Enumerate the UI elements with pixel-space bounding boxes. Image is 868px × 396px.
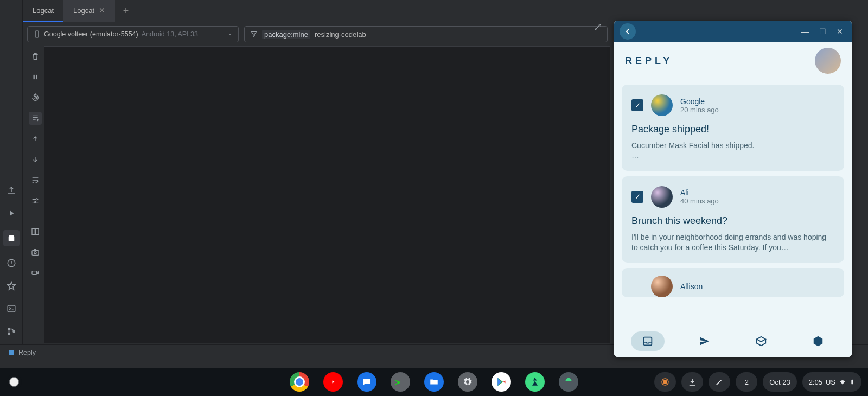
download-icon[interactable]: [681, 372, 703, 392]
svg-rect-1: [8, 305, 15, 312]
down-icon[interactable]: [29, 153, 42, 166]
svg-point-13: [34, 252, 36, 254]
screenshot-icon[interactable]: [29, 246, 42, 259]
nav-spam[interactable]: [801, 331, 835, 351]
restart-icon[interactable]: [29, 91, 42, 104]
nav-drafts[interactable]: [744, 331, 778, 351]
email-body: Cucumber Mask Facial has shipped.: [631, 140, 834, 151]
svg-point-18: [663, 380, 667, 384]
shelf-tray: 2 Oct 23 2:05 US: [654, 372, 861, 392]
add-tab-button[interactable]: +: [115, 0, 137, 22]
svg-rect-16: [644, 337, 652, 346]
svg-point-3: [8, 333, 10, 335]
wrap-icon[interactable]: [29, 174, 42, 187]
tab-logcat-2[interactable]: Logcat✕: [63, 0, 115, 22]
wifi-icon: [839, 378, 846, 386]
android-icon[interactable]: [559, 372, 578, 392]
profile-avatar[interactable]: [815, 48, 841, 74]
nav-inbox[interactable]: [631, 331, 665, 351]
nav-sent[interactable]: [688, 331, 722, 351]
date-tray[interactable]: Oct 23: [763, 372, 796, 392]
svg-rect-11: [36, 229, 39, 235]
android-studio-icon[interactable]: [525, 372, 545, 392]
files-icon[interactable]: [424, 372, 444, 392]
svg-rect-10: [32, 229, 35, 235]
settings-icon[interactable]: [29, 194, 42, 207]
filter-input[interactable]: package:mine resizing-codelab: [244, 26, 608, 42]
svg-point-2: [8, 328, 10, 330]
settings-icon[interactable]: [458, 372, 477, 392]
pen-icon[interactable]: [709, 372, 730, 392]
status-tray[interactable]: 2:05 US: [802, 372, 861, 392]
chromeos-shelf: >_ 2 Oct 23 2:05 US: [0, 368, 868, 396]
chevron-down-icon: [227, 31, 233, 37]
left-tool-rail: [0, 0, 23, 360]
log-output: [44, 46, 610, 343]
checkbox-checked-icon[interactable]: ✓: [631, 99, 643, 111]
pause-icon[interactable]: [29, 71, 42, 84]
expand-icon[interactable]: [593, 23, 602, 34]
profiler-icon[interactable]: [5, 280, 17, 292]
vcs-icon[interactable]: [5, 325, 17, 337]
problems-icon[interactable]: [5, 257, 17, 269]
notification-badge[interactable]: 2: [736, 372, 757, 392]
status-label: Reply: [18, 349, 36, 356]
youtube-icon[interactable]: [323, 372, 343, 392]
checkbox-checked-icon[interactable]: ✓: [631, 191, 643, 203]
svg-point-8: [36, 199, 37, 200]
device-selector[interactable]: Google volteer (emulator-5554) Android 1…: [27, 26, 239, 42]
scroll-end-icon[interactable]: [29, 112, 42, 125]
tab-logcat-1[interactable]: Logcat: [23, 0, 63, 22]
email-body-more: …: [631, 151, 834, 161]
email-card[interactable]: ✓ Google 20 mins ago Package shipped! Cu…: [622, 85, 844, 171]
emulator-titlebar: — ☐ ✕: [614, 21, 852, 42]
run-icon[interactable]: [5, 207, 17, 219]
email-subject: Brunch this weekend?: [631, 215, 834, 227]
terminal-icon[interactable]: [5, 303, 17, 315]
svg-rect-6: [34, 75, 35, 79]
device-detail: Android 13, API 33: [142, 30, 198, 38]
email-from: Ali: [680, 188, 719, 197]
email-time: 40 mins ago: [680, 197, 719, 205]
separator: [30, 216, 41, 216]
svg-rect-12: [32, 251, 39, 256]
split-icon[interactable]: [29, 225, 42, 238]
app-header: REPLY: [614, 42, 852, 79]
maximize-icon[interactable]: ☐: [816, 27, 829, 36]
logcat-tabs: Logcat Logcat✕ +: [23, 0, 137, 22]
sender-avatar: [651, 186, 673, 208]
device-name: Google volteer (emulator-5554): [44, 30, 138, 38]
back-button[interactable]: [620, 23, 636, 40]
clear-icon[interactable]: [29, 50, 42, 63]
email-card[interactable]: ✓ Ali 40 mins ago Brunch this weekend? I…: [622, 176, 844, 263]
close-icon[interactable]: ✕: [833, 27, 846, 36]
filter-package: package:mine: [262, 30, 310, 39]
sender-avatar: [651, 94, 673, 116]
app-title: REPLY: [625, 55, 673, 67]
messages-icon[interactable]: [357, 372, 376, 392]
launcher-button[interactable]: [7, 374, 22, 389]
logcat-icon[interactable]: [3, 230, 20, 246]
screencast-icon[interactable]: [654, 372, 676, 392]
email-card[interactable]: Allison: [622, 268, 844, 297]
terminal-icon[interactable]: >_: [391, 372, 410, 392]
record-icon[interactable]: [29, 266, 42, 279]
up-icon[interactable]: [29, 132, 42, 145]
chrome-icon[interactable]: [290, 372, 309, 392]
design-icon[interactable]: [5, 184, 17, 196]
minimize-icon[interactable]: —: [799, 27, 812, 36]
svg-rect-19: [851, 380, 853, 385]
close-icon[interactable]: ✕: [99, 6, 105, 15]
svg-rect-14: [32, 271, 37, 275]
svg-rect-7: [36, 75, 37, 79]
shelf-apps: >_: [290, 372, 578, 392]
svg-rect-15: [9, 350, 14, 355]
battery-icon: [850, 378, 855, 386]
svg-point-9: [35, 201, 36, 203]
logcat-side-tools: [27, 50, 43, 279]
svg-point-4: [13, 331, 15, 333]
email-body: I'll be in your neighborhood doing erran…: [631, 232, 834, 253]
play-store-icon[interactable]: [492, 372, 511, 392]
emulator-window: — ☐ ✕ REPLY ✓ Google 20 mins ago Package…: [614, 21, 852, 357]
email-from: Allison: [680, 282, 703, 291]
